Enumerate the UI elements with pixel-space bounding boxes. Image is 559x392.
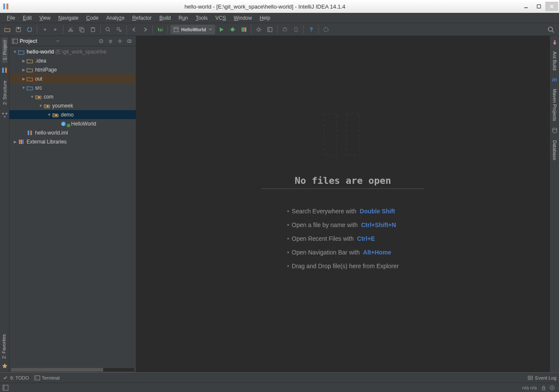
window-title: hello-world - [E:\git_work_space\hello-w… (10, 3, 520, 10)
tree-src-folder[interactable]: ▼src (9, 83, 136, 92)
avd-manager-icon[interactable] (291, 25, 301, 34)
paste-icon[interactable] (88, 25, 98, 34)
tool-ant-button[interactable]: Ant Build (552, 49, 557, 73)
jrebel-icon[interactable] (321, 25, 331, 34)
package-icon (44, 103, 51, 109)
ant-icon (551, 39, 558, 45)
scroll-from-source-icon[interactable] (97, 37, 105, 45)
tool-database-button[interactable]: Database (552, 138, 557, 163)
undo-icon[interactable] (40, 25, 49, 34)
tool-maven-button[interactable]: Maven Projects (552, 86, 557, 124)
menu-navigate[interactable]: Navigate (55, 14, 82, 22)
menu-tools[interactable]: Tools (192, 14, 211, 22)
svg-point-48 (119, 40, 121, 42)
menu-code[interactable]: Code (83, 14, 102, 22)
svg-rect-7 (18, 27, 19, 29)
debug-icon[interactable] (228, 25, 237, 34)
editor-empty-state: No files are open •Search Everywhere wit… (136, 36, 550, 372)
package-icon (52, 112, 59, 118)
svg-point-63 (553, 128, 557, 130)
run-config-icon (173, 27, 179, 32)
terminal-button[interactable]: Terminal (34, 375, 60, 381)
svg-rect-27 (243, 27, 245, 32)
project-tree[interactable]: ▼ hello-world (E:\git_work_space\he ▶.id… (9, 46, 136, 372)
tree-scrollbar[interactable] (11, 368, 134, 371)
collapse-all-icon[interactable] (107, 37, 114, 45)
tree-external-libs[interactable]: ▶External Libraries (9, 137, 136, 146)
tree-com-pkg[interactable]: ▼com (9, 92, 136, 101)
svg-rect-15 (92, 27, 94, 28)
tree-root[interactable]: ▼ hello-world (E:\git_work_space\he (9, 47, 136, 56)
tree-htmlpage-folder[interactable]: ▶htmlPage (9, 65, 136, 74)
package-icon (35, 94, 42, 100)
svg-point-49 (38, 96, 40, 98)
project-structure-icon[interactable] (265, 25, 275, 34)
tree-youmeek-pkg[interactable]: ▼youmeek (9, 101, 136, 110)
intellij-watermark-icon (317, 109, 369, 160)
open-icon[interactable] (3, 25, 12, 34)
library-icon (18, 139, 25, 145)
todo-button[interactable]: 6: TODO (3, 375, 29, 381)
menu-file[interactable]: File (3, 14, 18, 22)
menu-build[interactable]: Build (156, 14, 174, 22)
menu-edit[interactable]: Edit (19, 14, 35, 22)
copy-icon[interactable] (77, 25, 87, 34)
folder-icon (27, 58, 33, 64)
svg-point-41 (2, 113, 4, 114)
menu-window[interactable]: Window (230, 14, 255, 22)
redo-icon[interactable] (51, 25, 60, 34)
cut-icon[interactable] (66, 25, 75, 34)
inspections-icon[interactable] (550, 385, 555, 390)
tool-project-button[interactable]: 1: Project (2, 38, 7, 63)
back-icon[interactable] (129, 25, 139, 34)
svg-rect-32 (283, 28, 287, 31)
toggle-tool-windows-icon[interactable] (3, 385, 9, 391)
project-view-icon (12, 38, 18, 44)
minimize-button[interactable] (520, 2, 532, 11)
menu-refactor[interactable]: Refactor (129, 14, 155, 22)
maximize-button[interactable] (532, 2, 545, 11)
tree-idea-folder[interactable]: ▶.idea (9, 56, 136, 65)
tool-window-bar: 6: TODO Terminal Event Log (0, 372, 559, 383)
svg-rect-56 (19, 140, 20, 144)
svg-point-42 (6, 113, 7, 114)
save-all-icon[interactable] (14, 25, 23, 34)
menu-analyze[interactable]: Analyze (103, 14, 128, 22)
search-everywhere-icon[interactable] (546, 25, 556, 34)
find-icon[interactable] (103, 25, 113, 34)
tree-helloworld-class[interactable]: CHelloWorld (9, 119, 136, 128)
close-button[interactable] (545, 2, 558, 11)
tool-structure-button[interactable]: 2: Structure (2, 78, 7, 108)
tree-out-folder[interactable]: ▶out (9, 74, 136, 83)
svg-rect-3 (537, 5, 541, 8)
forward-icon[interactable] (140, 25, 150, 34)
sdk-manager-icon[interactable] (280, 25, 290, 34)
menu-view[interactable]: View (36, 14, 54, 22)
tool-favorites-button[interactable]: 2: Favorites (1, 332, 6, 361)
menu-run[interactable]: Run (175, 14, 191, 22)
replace-icon[interactable] (114, 25, 124, 34)
menu-help[interactable]: Help (256, 14, 274, 22)
tree-iml-file[interactable]: hello-world.iml (9, 128, 136, 137)
intellij-small-icon (1, 67, 8, 74)
run-icon[interactable] (217, 25, 226, 34)
help-icon[interactable]: ? (306, 25, 316, 34)
project-view-dropdown-icon[interactable] (56, 39, 60, 43)
lock-icon[interactable] (541, 385, 546, 390)
settings-gear-icon[interactable] (116, 37, 124, 45)
settings-icon[interactable] (254, 25, 263, 34)
hide-panel-icon[interactable] (126, 37, 133, 45)
folder-src-icon (27, 85, 33, 91)
svg-rect-69 (3, 385, 5, 390)
make-project-icon[interactable] (155, 25, 165, 34)
project-panel-title[interactable]: Project (20, 38, 54, 44)
sync-icon[interactable] (25, 25, 34, 34)
coverage-icon[interactable] (239, 25, 248, 34)
svg-rect-13 (81, 29, 84, 32)
run-config-selector[interactable]: HelloWorld (170, 25, 215, 34)
tree-demo-pkg[interactable]: ▼demo (9, 110, 136, 119)
event-log-button[interactable]: Event Log (527, 375, 556, 381)
menu-vcs[interactable]: VCS (212, 14, 230, 22)
svg-point-22 (231, 28, 234, 31)
star-icon (1, 363, 8, 370)
